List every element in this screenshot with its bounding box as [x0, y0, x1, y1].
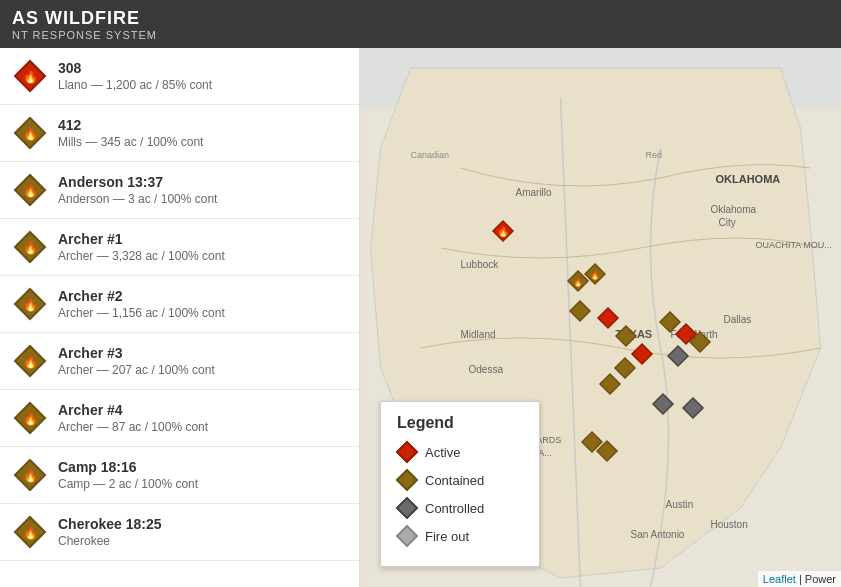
svg-text:Odessa: Odessa	[469, 364, 504, 375]
fire-list-item[interactable]: 🔥 Archer #1 Archer — 3,328 ac / 100% con…	[0, 219, 359, 276]
fire-item-details: Mills — 345 ac / 100% cont	[58, 135, 347, 149]
map-marker-16[interactable]	[681, 396, 705, 424]
fire-list-sidebar[interactable]: 🔥 308 Llano — 1,200 ac / 85% cont 🔥 412 …	[0, 48, 360, 587]
fire-list-item[interactable]: 🔥 308 Llano — 1,200 ac / 85% cont	[0, 48, 359, 105]
fire-item-info: Archer #1 Archer — 3,328 ac / 100% cont	[58, 231, 347, 263]
fire-item-info: Archer #4 Archer — 87 ac / 100% cont	[58, 402, 347, 434]
svg-text:🔥: 🔥	[23, 525, 38, 540]
svg-text:🔥: 🔥	[23, 240, 38, 255]
fire-item-icon: 🔥	[12, 457, 48, 493]
fire-item-info: 308 Llano — 1,200 ac / 85% cont	[58, 60, 347, 92]
leaflet-link[interactable]: Leaflet	[763, 573, 796, 585]
fire-item-details: Archer — 3,328 ac / 100% cont	[58, 249, 347, 263]
fire-item-details: Archer — 207 ac / 100% cont	[58, 363, 347, 377]
svg-text:🔥: 🔥	[23, 183, 38, 198]
fire-item-icon: 🔥	[12, 514, 48, 550]
legend-active-label: Active	[425, 445, 460, 460]
fire-item-icon: 🔥	[12, 115, 48, 151]
svg-text:Midland: Midland	[461, 329, 496, 340]
map-marker-3[interactable]	[568, 299, 592, 327]
map-marker-2[interactable]: 🔥	[583, 262, 607, 290]
legend-item-active: Active	[397, 442, 523, 462]
svg-text:Dallas: Dallas	[724, 314, 752, 325]
svg-text:🔥: 🔥	[23, 411, 38, 426]
svg-marker-57	[683, 398, 703, 418]
fire-item-info: Cherokee 18:25 Cherokee	[58, 516, 347, 548]
fire-list-item[interactable]: 🔥 Camp 18:16 Camp — 2 ac / 100% cont	[0, 447, 359, 504]
fire-item-icon: 🔥	[12, 343, 48, 379]
fire-item-info: Archer #2 Archer — 1,156 ac / 100% cont	[58, 288, 347, 320]
fire-item-icon: 🔥	[12, 172, 48, 208]
fire-item-details: Archer — 1,156 ac / 100% cont	[58, 306, 347, 320]
fire-item-name: Archer #4	[58, 402, 347, 418]
svg-marker-53	[668, 346, 688, 366]
app-title-sub: NT RESPONSE SYSTEM	[12, 29, 157, 41]
legend-contained-icon	[397, 470, 417, 490]
map-marker-12[interactable]	[666, 344, 690, 372]
fire-list-item[interactable]: 🔥 Archer #3 Archer — 207 ac / 100% cont	[0, 333, 359, 390]
fire-item-name: Cherokee 18:25	[58, 516, 347, 532]
svg-text:Red: Red	[646, 150, 663, 160]
svg-text:OUACHITA MOU...: OUACHITA MOU...	[756, 240, 832, 250]
map-marker-8[interactable]	[598, 372, 622, 400]
map-attribution: Leaflet | Power	[758, 571, 841, 587]
map-marker-13[interactable]	[651, 392, 675, 420]
svg-text:Oklahoma: Oklahoma	[711, 204, 757, 215]
fire-item-name: Archer #1	[58, 231, 347, 247]
fire-item-details: Llano — 1,200 ac / 85% cont	[58, 78, 347, 92]
svg-text:Amarillo: Amarillo	[516, 187, 553, 198]
map-marker-active[interactable]: 🔥	[491, 219, 515, 247]
fire-item-info: 412 Mills — 345 ac / 100% cont	[58, 117, 347, 149]
fire-item-name: Archer #2	[58, 288, 347, 304]
fire-item-name: Archer #3	[58, 345, 347, 361]
svg-text:🔥: 🔥	[573, 277, 583, 287]
fire-item-info: Archer #3 Archer — 207 ac / 100% cont	[58, 345, 347, 377]
legend-active-icon	[397, 442, 417, 462]
legend-item-fireout: Fire out	[397, 526, 523, 546]
app-title-main: AS WILDFIRE	[12, 8, 157, 29]
fire-list-item[interactable]: 🔥 Archer #4 Archer — 87 ac / 100% cont	[0, 390, 359, 447]
svg-marker-44	[570, 301, 590, 321]
attribution-power: | Power	[799, 573, 836, 585]
svg-marker-52	[690, 332, 710, 352]
svg-marker-56	[597, 441, 617, 461]
fire-item-icon: 🔥	[12, 58, 48, 94]
fire-item-name: 412	[58, 117, 347, 133]
map-marker-15[interactable]	[595, 439, 619, 467]
fire-list-item[interactable]: 🔥 Anderson 13:37 Anderson — 3 ac / 100% …	[0, 162, 359, 219]
legend-item-controlled: Controlled	[397, 498, 523, 518]
fire-item-icon: 🔥	[12, 400, 48, 436]
svg-text:🔥: 🔥	[23, 126, 38, 141]
legend-fireout-icon	[397, 526, 417, 546]
map-legend: Legend Active Contained Controlled	[380, 401, 540, 567]
fire-item-details: Archer — 87 ac / 100% cont	[58, 420, 347, 434]
svg-text:OKLAHOMA: OKLAHOMA	[716, 173, 781, 185]
svg-text:Austin: Austin	[666, 499, 694, 510]
map-marker-11[interactable]	[688, 330, 712, 358]
fire-list-item[interactable]: 🔥 Archer #2 Archer — 1,156 ac / 100% con…	[0, 276, 359, 333]
fire-item-name: 308	[58, 60, 347, 76]
legend-item-contained: Contained	[397, 470, 523, 490]
fire-item-icon: 🔥	[12, 286, 48, 322]
main-container: 🔥 308 Llano — 1,200 ac / 85% cont 🔥 412 …	[0, 48, 841, 587]
legend-controlled-label: Controlled	[425, 501, 484, 516]
map-container[interactable]: Amarillo Lubbock Midland Odessa TEXAS Ok…	[360, 48, 841, 587]
svg-text:🔥: 🔥	[590, 270, 600, 280]
fire-item-details: Camp — 2 ac / 100% cont	[58, 477, 347, 491]
svg-text:San Antonio: San Antonio	[631, 529, 685, 540]
svg-marker-54	[653, 394, 673, 414]
svg-text:🔥: 🔥	[23, 297, 38, 312]
svg-text:🔥: 🔥	[497, 225, 510, 238]
svg-text:🔥: 🔥	[23, 468, 38, 483]
fire-item-icon: 🔥	[12, 229, 48, 265]
svg-text:🔥: 🔥	[23, 69, 38, 84]
app-header: AS WILDFIRE NT RESPONSE SYSTEM	[0, 0, 841, 48]
fire-item-name: Anderson 13:37	[58, 174, 347, 190]
svg-text:Canadian: Canadian	[411, 150, 450, 160]
fire-list-item[interactable]: 🔥 Cherokee 18:25 Cherokee	[0, 504, 359, 561]
fire-item-details: Cherokee	[58, 534, 347, 548]
fire-list-item[interactable]: 🔥 412 Mills — 345 ac / 100% cont	[0, 105, 359, 162]
legend-contained-label: Contained	[425, 473, 484, 488]
svg-text:Houston: Houston	[711, 519, 748, 530]
svg-text:🔥: 🔥	[23, 354, 38, 369]
